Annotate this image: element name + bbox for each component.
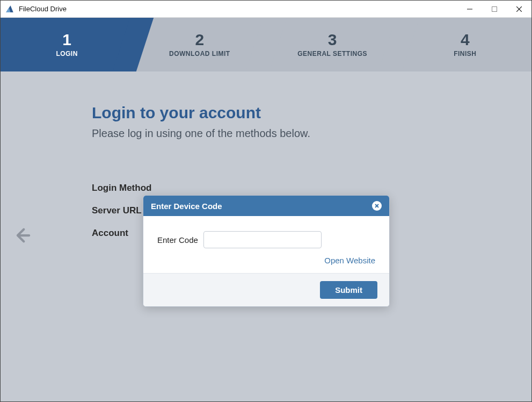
enter-code-row: Enter Code [157, 231, 375, 248]
modal-footer: Submit [143, 273, 389, 306]
svg-rect-1 [492, 6, 497, 11]
step-number: 3 [297, 32, 367, 48]
app-icon [5, 4, 14, 14]
maximize-button[interactable] [482, 1, 507, 18]
page-subtitle: Please log in using one of the methods b… [92, 127, 531, 140]
modal-title: Enter Device Code [151, 202, 372, 211]
content-area: Login to your account Please log in usin… [1, 71, 531, 401]
modal-close-button[interactable] [372, 201, 382, 211]
step-number: 2 [169, 32, 230, 48]
minimize-button[interactable] [457, 1, 482, 18]
step-label: DOWNLOAD LIMIT [169, 50, 230, 58]
app-window: FileCloud Drive 1 LOGIN 2 DOWNLOAD LIMIT [0, 0, 532, 402]
device-code-input[interactable] [203, 231, 322, 248]
stepper: 1 LOGIN 2 DOWNLOAD LIMIT 3 GENERAL SETTI… [1, 18, 531, 71]
close-button[interactable] [507, 1, 531, 18]
back-arrow-button[interactable] [12, 226, 31, 247]
titlebar: FileCloud Drive [1, 1, 531, 18]
page-heading: Login to your account [92, 104, 531, 122]
device-code-modal: Enter Device Code Enter Code Open Websit… [143, 195, 390, 307]
modal-body: Enter Code Open Website [143, 216, 389, 273]
step-label: LOGIN [56, 50, 78, 58]
submit-button[interactable]: Submit [320, 281, 377, 299]
label-login-method: Login Method [92, 183, 531, 193]
open-website-link[interactable]: Open Website [324, 256, 375, 265]
step-label: GENERAL SETTINGS [297, 50, 367, 58]
step-number: 1 [56, 32, 78, 48]
enter-code-label: Enter Code [157, 235, 198, 245]
step-finish[interactable]: 4 FINISH [399, 18, 531, 71]
step-number: 4 [454, 32, 476, 48]
step-general-settings[interactable]: 3 GENERAL SETTINGS [266, 18, 399, 71]
step-label: FINISH [454, 50, 476, 58]
step-download-limit[interactable]: 2 DOWNLOAD LIMIT [133, 18, 266, 71]
app-title: FileCloud Drive [19, 5, 67, 13]
step-login[interactable]: 1 LOGIN [1, 18, 133, 71]
modal-header: Enter Device Code [143, 196, 389, 216]
